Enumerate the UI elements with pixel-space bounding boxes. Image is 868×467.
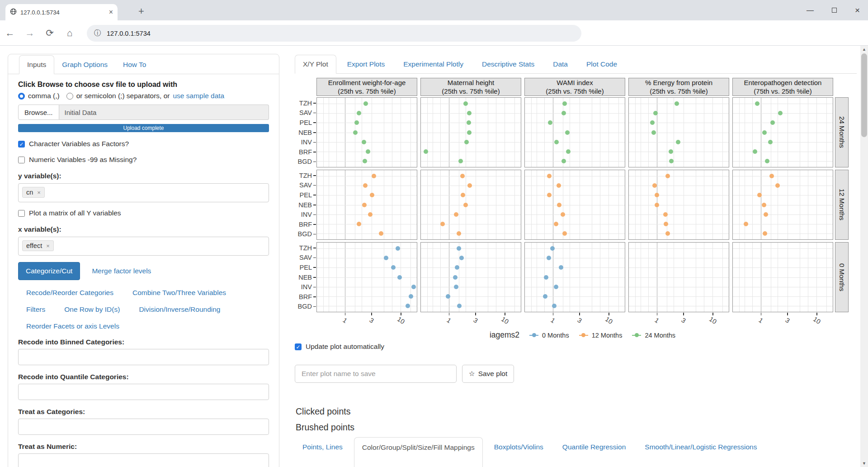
- data-point-bgd[interactable]: [562, 231, 567, 236]
- remove-tag-icon[interactable]: ×: [37, 189, 41, 196]
- data-point-inv[interactable]: [362, 140, 366, 144]
- update-plot-checkbox[interactable]: ✓: [295, 343, 302, 350]
- data-point-pel[interactable]: [650, 120, 655, 125]
- data-point-tzh[interactable]: [363, 101, 368, 106]
- scroll-down-icon[interactable]: ▼: [860, 460, 868, 467]
- data-point-bgd[interactable]: [379, 231, 383, 236]
- panel-24-months-col1[interactable]: [316, 97, 417, 167]
- data-point-neb[interactable]: [762, 130, 767, 135]
- remove-tag-icon[interactable]: ×: [46, 243, 50, 249]
- division-inverse-rounding-link[interactable]: Division/Inverse/Rounding: [139, 305, 220, 314]
- reload-icon[interactable]: ⟳: [40, 28, 60, 38]
- data-point-inv[interactable]: [676, 140, 680, 144]
- data-point-neb[interactable]: [397, 275, 402, 280]
- data-point-sav[interactable]: [384, 256, 388, 260]
- scrollbar-thumb[interactable]: [861, 53, 867, 137]
- use-sample-data-link[interactable]: use sample data: [173, 92, 225, 100]
- data-point-bgd[interactable]: [669, 159, 674, 163]
- data-point-tzh[interactable]: [665, 174, 670, 178]
- data-point-sav[interactable]: [775, 183, 780, 188]
- left-tab-graph-options[interactable]: Graph Options: [54, 56, 115, 74]
- data-point-neb[interactable]: [762, 203, 766, 207]
- data-point-inv[interactable]: [454, 285, 458, 289]
- data-point-bgd[interactable]: [763, 231, 767, 236]
- data-point-pel[interactable]: [370, 193, 374, 197]
- panel-24-months-col3[interactable]: [524, 97, 625, 167]
- window-close-button[interactable]: ×: [855, 5, 860, 15]
- data-point-pel[interactable]: [655, 193, 659, 197]
- merge-factor-levels-link[interactable]: Merge factor levels: [92, 267, 151, 275]
- data-point-brf[interactable]: [566, 149, 571, 154]
- comma-radio[interactable]: [18, 93, 25, 100]
- tab-experimental-plotly[interactable]: Experimental Plotly: [396, 55, 471, 73]
- data-point-tzh[interactable]: [547, 174, 552, 178]
- plot-name-input[interactable]: [295, 365, 457, 383]
- data-point-neb[interactable]: [467, 130, 472, 135]
- data-point-sav[interactable]: [459, 256, 464, 260]
- tab-color-group-split-size-fill-mappings[interactable]: Color/Group/Split/Size/Fill Mappings: [354, 437, 483, 467]
- data-point-brf[interactable]: [446, 294, 450, 299]
- tab-data[interactable]: Data: [545, 55, 576, 73]
- left-tab-how-to[interactable]: How To: [115, 56, 154, 74]
- data-point-bgd[interactable]: [552, 304, 557, 308]
- x-variable-select[interactable]: effect×: [18, 237, 269, 256]
- data-point-pel[interactable]: [467, 120, 471, 125]
- faceted-plot[interactable]: Enrollment weight-for-age(25th vs. 75th …: [295, 76, 855, 338]
- browse-button[interactable]: Browse...: [18, 105, 59, 120]
- panel-0-months-col5[interactable]: [732, 242, 833, 312]
- data-point-sav[interactable]: [467, 183, 472, 188]
- semicolon-radio[interactable]: [66, 93, 73, 100]
- panel-24-months-col5[interactable]: [732, 97, 833, 167]
- matrix-checkbox[interactable]: [18, 210, 25, 217]
- data-point-tzh[interactable]: [463, 101, 468, 106]
- data-point-brf[interactable]: [744, 222, 748, 226]
- site-info-icon[interactable]: ⓘ: [94, 29, 101, 38]
- data-point-inv[interactable]: [554, 140, 559, 144]
- data-point-bgd[interactable]: [665, 231, 670, 236]
- data-point-inv[interactable]: [554, 285, 558, 289]
- data-point-pel[interactable]: [770, 120, 775, 125]
- recode-into-quantile-categories--input[interactable]: [18, 384, 269, 400]
- filters-link[interactable]: Filters: [26, 305, 45, 314]
- data-point-inv[interactable]: [663, 212, 668, 217]
- data-point-sav[interactable]: [652, 183, 657, 188]
- data-point-neb[interactable]: [453, 275, 458, 280]
- panel-0-months-col3[interactable]: [524, 242, 625, 312]
- data-point-sav[interactable]: [363, 183, 368, 188]
- panel-12-months-col5[interactable]: [732, 170, 833, 240]
- data-point-bgd[interactable]: [406, 304, 410, 308]
- back-icon[interactable]: ←: [0, 28, 20, 38]
- data-point-tzh[interactable]: [675, 101, 679, 106]
- data-point-sav[interactable]: [467, 111, 472, 115]
- browser-tab[interactable]: 127.0.0.1:5734 ×: [5, 4, 118, 20]
- data-point-bgd[interactable]: [561, 159, 566, 163]
- missing-checkbox[interactable]: [18, 157, 25, 163]
- treat-as-numeric--input[interactable]: [18, 453, 269, 467]
- panel-0-months-col4[interactable]: [628, 242, 729, 312]
- data-point-neb[interactable]: [463, 203, 468, 207]
- panel-12-months-col3[interactable]: [524, 170, 625, 240]
- tab-points-lines[interactable]: Points, Lines: [295, 437, 350, 457]
- data-point-pel[interactable]: [559, 265, 563, 270]
- data-point-tzh[interactable]: [755, 101, 760, 106]
- data-point-sav[interactable]: [778, 111, 783, 115]
- data-point-bgd[interactable]: [457, 231, 461, 236]
- data-point-bgd[interactable]: [458, 159, 463, 163]
- one-row-by-id-s--link[interactable]: One Row by ID(s): [64, 305, 120, 314]
- reorder-facets-or-axis-levels-link[interactable]: Reorder Facets or axis Levels: [26, 322, 119, 330]
- data-point-inv[interactable]: [411, 285, 416, 289]
- home-icon[interactable]: ⌂: [60, 28, 80, 38]
- left-tab-inputs[interactable]: Inputs: [19, 55, 54, 74]
- data-point-neb[interactable]: [565, 130, 570, 135]
- treat-as-categories--input[interactable]: [18, 419, 269, 435]
- recode-into-binned-categories--input[interactable]: [18, 349, 269, 365]
- data-point-pel[interactable]: [548, 120, 552, 125]
- data-point-brf[interactable]: [409, 294, 413, 299]
- tab-export-plots[interactable]: Export Plots: [340, 55, 393, 73]
- save-plot-button[interactable]: ☆ Save plot: [462, 365, 514, 383]
- data-point-sav[interactable]: [547, 256, 551, 260]
- data-point-sav[interactable]: [357, 111, 361, 115]
- data-point-tzh[interactable]: [457, 246, 461, 251]
- data-point-inv[interactable]: [368, 212, 373, 217]
- data-point-sav[interactable]: [653, 111, 658, 115]
